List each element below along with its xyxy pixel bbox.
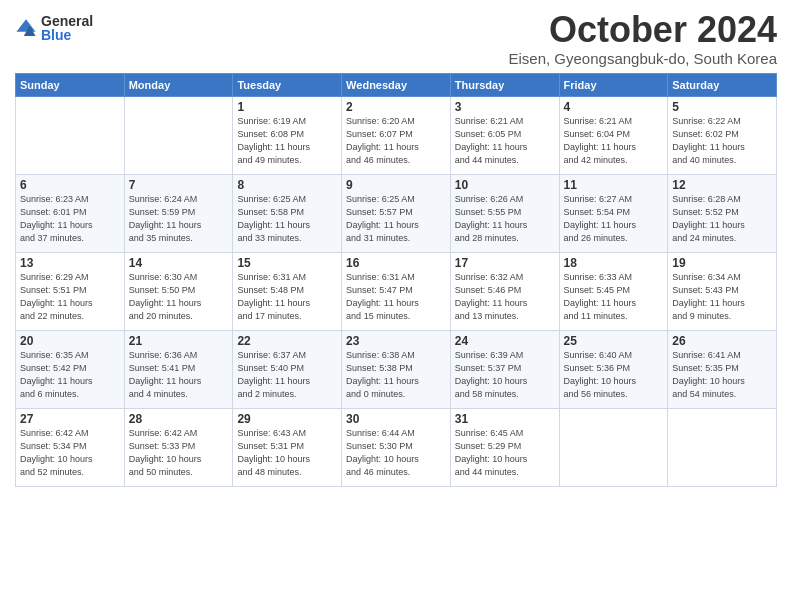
calendar-cell: 13Sunrise: 6:29 AMSunset: 5:51 PMDayligh…: [16, 252, 125, 330]
day-number: 10: [455, 178, 555, 192]
calendar-cell: 5Sunrise: 6:22 AMSunset: 6:02 PMDaylight…: [668, 96, 777, 174]
week-row-3: 13Sunrise: 6:29 AMSunset: 5:51 PMDayligh…: [16, 252, 777, 330]
day-info: Sunrise: 6:38 AMSunset: 5:38 PMDaylight:…: [346, 349, 446, 401]
col-monday: Monday: [124, 73, 233, 96]
day-number: 15: [237, 256, 337, 270]
day-info: Sunrise: 6:33 AMSunset: 5:45 PMDaylight:…: [564, 271, 664, 323]
day-number: 26: [672, 334, 772, 348]
day-info: Sunrise: 6:28 AMSunset: 5:52 PMDaylight:…: [672, 193, 772, 245]
day-info: Sunrise: 6:32 AMSunset: 5:46 PMDaylight:…: [455, 271, 555, 323]
calendar-cell: [668, 408, 777, 486]
week-row-1: 1Sunrise: 6:19 AMSunset: 6:08 PMDaylight…: [16, 96, 777, 174]
day-number: 2: [346, 100, 446, 114]
calendar-cell: 21Sunrise: 6:36 AMSunset: 5:41 PMDayligh…: [124, 330, 233, 408]
calendar-cell: 27Sunrise: 6:42 AMSunset: 5:34 PMDayligh…: [16, 408, 125, 486]
day-info: Sunrise: 6:31 AMSunset: 5:47 PMDaylight:…: [346, 271, 446, 323]
calendar-cell: 24Sunrise: 6:39 AMSunset: 5:37 PMDayligh…: [450, 330, 559, 408]
day-number: 5: [672, 100, 772, 114]
day-info: Sunrise: 6:24 AMSunset: 5:59 PMDaylight:…: [129, 193, 229, 245]
calendar-cell: [16, 96, 125, 174]
calendar-cell: [559, 408, 668, 486]
calendar-cell: 22Sunrise: 6:37 AMSunset: 5:40 PMDayligh…: [233, 330, 342, 408]
day-info: Sunrise: 6:41 AMSunset: 5:35 PMDaylight:…: [672, 349, 772, 401]
page: General Blue October 2024 Eisen, Gyeongs…: [0, 0, 792, 612]
day-info: Sunrise: 6:34 AMSunset: 5:43 PMDaylight:…: [672, 271, 772, 323]
calendar-cell: 18Sunrise: 6:33 AMSunset: 5:45 PMDayligh…: [559, 252, 668, 330]
calendar-cell: 25Sunrise: 6:40 AMSunset: 5:36 PMDayligh…: [559, 330, 668, 408]
calendar-cell: 17Sunrise: 6:32 AMSunset: 5:46 PMDayligh…: [450, 252, 559, 330]
col-saturday: Saturday: [668, 73, 777, 96]
day-info: Sunrise: 6:25 AMSunset: 5:58 PMDaylight:…: [237, 193, 337, 245]
day-info: Sunrise: 6:35 AMSunset: 5:42 PMDaylight:…: [20, 349, 120, 401]
day-number: 24: [455, 334, 555, 348]
calendar-cell: 19Sunrise: 6:34 AMSunset: 5:43 PMDayligh…: [668, 252, 777, 330]
day-number: 17: [455, 256, 555, 270]
day-info: Sunrise: 6:26 AMSunset: 5:55 PMDaylight:…: [455, 193, 555, 245]
calendar-cell: 6Sunrise: 6:23 AMSunset: 6:01 PMDaylight…: [16, 174, 125, 252]
day-info: Sunrise: 6:43 AMSunset: 5:31 PMDaylight:…: [237, 427, 337, 479]
calendar-cell: 4Sunrise: 6:21 AMSunset: 6:04 PMDaylight…: [559, 96, 668, 174]
day-number: 8: [237, 178, 337, 192]
col-thursday: Thursday: [450, 73, 559, 96]
day-number: 29: [237, 412, 337, 426]
calendar-cell: 2Sunrise: 6:20 AMSunset: 6:07 PMDaylight…: [342, 96, 451, 174]
day-info: Sunrise: 6:31 AMSunset: 5:48 PMDaylight:…: [237, 271, 337, 323]
day-number: 28: [129, 412, 229, 426]
day-info: Sunrise: 6:36 AMSunset: 5:41 PMDaylight:…: [129, 349, 229, 401]
day-number: 4: [564, 100, 664, 114]
day-number: 22: [237, 334, 337, 348]
calendar-cell: [124, 96, 233, 174]
calendar-cell: 10Sunrise: 6:26 AMSunset: 5:55 PMDayligh…: [450, 174, 559, 252]
calendar-cell: 29Sunrise: 6:43 AMSunset: 5:31 PMDayligh…: [233, 408, 342, 486]
day-info: Sunrise: 6:45 AMSunset: 5:29 PMDaylight:…: [455, 427, 555, 479]
day-info: Sunrise: 6:21 AMSunset: 6:04 PMDaylight:…: [564, 115, 664, 167]
calendar-cell: 9Sunrise: 6:25 AMSunset: 5:57 PMDaylight…: [342, 174, 451, 252]
title-block: October 2024 Eisen, Gyeongsangbuk-do, So…: [508, 10, 777, 67]
day-number: 31: [455, 412, 555, 426]
col-wednesday: Wednesday: [342, 73, 451, 96]
logo: General Blue: [15, 14, 93, 42]
day-number: 25: [564, 334, 664, 348]
day-info: Sunrise: 6:27 AMSunset: 5:54 PMDaylight:…: [564, 193, 664, 245]
day-info: Sunrise: 6:37 AMSunset: 5:40 PMDaylight:…: [237, 349, 337, 401]
calendar-cell: 11Sunrise: 6:27 AMSunset: 5:54 PMDayligh…: [559, 174, 668, 252]
day-number: 19: [672, 256, 772, 270]
calendar-table: Sunday Monday Tuesday Wednesday Thursday…: [15, 73, 777, 487]
calendar-cell: 28Sunrise: 6:42 AMSunset: 5:33 PMDayligh…: [124, 408, 233, 486]
day-number: 23: [346, 334, 446, 348]
day-info: Sunrise: 6:39 AMSunset: 5:37 PMDaylight:…: [455, 349, 555, 401]
calendar-cell: 1Sunrise: 6:19 AMSunset: 6:08 PMDaylight…: [233, 96, 342, 174]
day-number: 20: [20, 334, 120, 348]
day-number: 13: [20, 256, 120, 270]
day-info: Sunrise: 6:25 AMSunset: 5:57 PMDaylight:…: [346, 193, 446, 245]
week-row-5: 27Sunrise: 6:42 AMSunset: 5:34 PMDayligh…: [16, 408, 777, 486]
calendar-cell: 12Sunrise: 6:28 AMSunset: 5:52 PMDayligh…: [668, 174, 777, 252]
day-number: 14: [129, 256, 229, 270]
day-info: Sunrise: 6:40 AMSunset: 5:36 PMDaylight:…: [564, 349, 664, 401]
day-info: Sunrise: 6:19 AMSunset: 6:08 PMDaylight:…: [237, 115, 337, 167]
day-number: 30: [346, 412, 446, 426]
logo-general-label: General: [41, 14, 93, 28]
calendar-cell: 16Sunrise: 6:31 AMSunset: 5:47 PMDayligh…: [342, 252, 451, 330]
logo-icon: [15, 17, 37, 39]
day-number: 7: [129, 178, 229, 192]
day-number: 11: [564, 178, 664, 192]
day-info: Sunrise: 6:42 AMSunset: 5:34 PMDaylight:…: [20, 427, 120, 479]
week-row-2: 6Sunrise: 6:23 AMSunset: 6:01 PMDaylight…: [16, 174, 777, 252]
logo-text: General Blue: [41, 14, 93, 42]
day-number: 6: [20, 178, 120, 192]
day-number: 27: [20, 412, 120, 426]
day-info: Sunrise: 6:29 AMSunset: 5:51 PMDaylight:…: [20, 271, 120, 323]
day-info: Sunrise: 6:30 AMSunset: 5:50 PMDaylight:…: [129, 271, 229, 323]
calendar-cell: 30Sunrise: 6:44 AMSunset: 5:30 PMDayligh…: [342, 408, 451, 486]
calendar-cell: 14Sunrise: 6:30 AMSunset: 5:50 PMDayligh…: [124, 252, 233, 330]
day-info: Sunrise: 6:22 AMSunset: 6:02 PMDaylight:…: [672, 115, 772, 167]
day-info: Sunrise: 6:44 AMSunset: 5:30 PMDaylight:…: [346, 427, 446, 479]
calendar-cell: 3Sunrise: 6:21 AMSunset: 6:05 PMDaylight…: [450, 96, 559, 174]
day-number: 16: [346, 256, 446, 270]
col-sunday: Sunday: [16, 73, 125, 96]
svg-marker-0: [16, 19, 35, 31]
header-row: Sunday Monday Tuesday Wednesday Thursday…: [16, 73, 777, 96]
calendar-cell: 20Sunrise: 6:35 AMSunset: 5:42 PMDayligh…: [16, 330, 125, 408]
calendar-cell: 7Sunrise: 6:24 AMSunset: 5:59 PMDaylight…: [124, 174, 233, 252]
